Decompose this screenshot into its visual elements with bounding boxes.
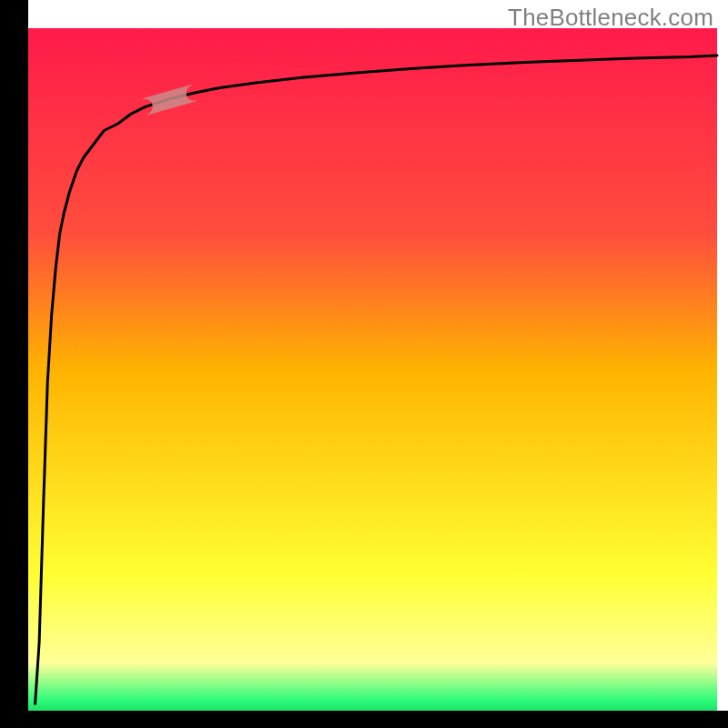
y-axis bbox=[0, 0, 28, 728]
bottleneck-chart bbox=[0, 0, 728, 728]
plot-background bbox=[28, 28, 717, 711]
watermark-text: TheBottleneck.com bbox=[508, 4, 713, 32]
chart-container: TheBottleneck.com bbox=[0, 0, 728, 728]
x-axis bbox=[0, 711, 728, 728]
